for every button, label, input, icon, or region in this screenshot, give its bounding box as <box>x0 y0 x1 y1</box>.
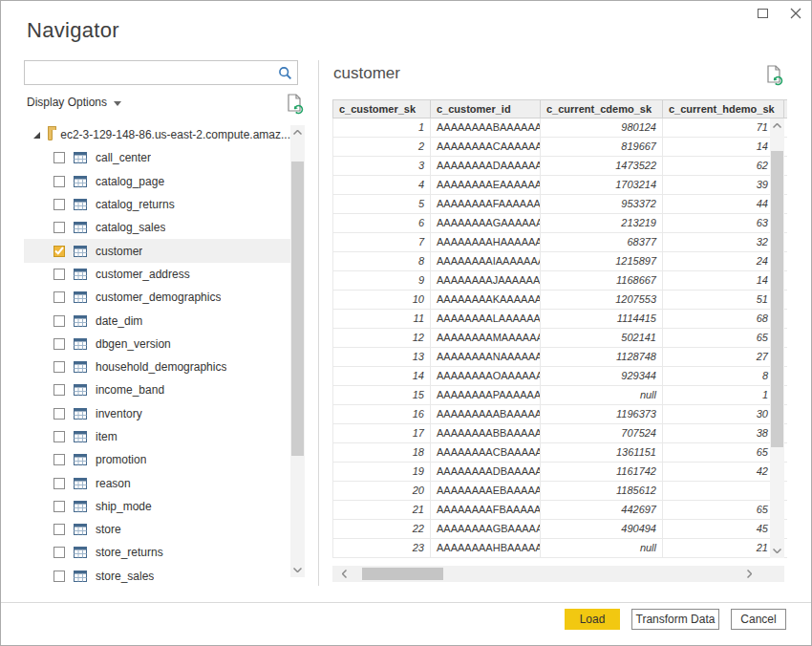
cell-customer-id: AAAAAAAAGAAAAAAA <box>431 214 541 233</box>
maximize-icon[interactable] <box>758 9 768 18</box>
tree-item-household_demographics[interactable]: household_demographics <box>24 355 290 378</box>
checkbox[interactable] <box>53 408 65 420</box>
cell-customer-sk: 18 <box>332 443 431 463</box>
checkbox[interactable] <box>53 291 65 303</box>
checkbox[interactable] <box>53 454 65 465</box>
cell-customer-id: AAAAAAAAHBAAAAAA <box>431 539 541 558</box>
cell-current-cdemo-sk: 213219 <box>541 214 663 233</box>
checkbox[interactable] <box>53 547 65 558</box>
tree-item-store_returns[interactable]: store_returns <box>24 541 290 564</box>
tree-item-customer[interactable]: customer <box>24 239 290 262</box>
preview-scrollbar-thumb[interactable] <box>771 151 783 447</box>
tree-item-catalog_page[interactable]: catalog_page <box>24 170 290 193</box>
preview-hscrollbar[interactable] <box>332 566 784 582</box>
tree-item-promotion[interactable]: promotion <box>24 448 290 471</box>
cell-customer-sk: 19 <box>332 463 431 482</box>
cell-clipped <box>784 291 787 310</box>
footer-divider <box>1 602 812 603</box>
cell-clipped <box>784 176 787 195</box>
tree-item-customer_address[interactable]: customer_address <box>24 263 290 286</box>
checkbox[interactable] <box>53 361 65 373</box>
checkbox[interactable] <box>53 431 65 442</box>
chevron-down-icon[interactable] <box>290 563 305 577</box>
checkbox[interactable] <box>53 524 65 535</box>
preview-scrollbar[interactable] <box>770 118 784 558</box>
cell-current-hdemo-sk: 27 <box>663 348 784 367</box>
tree-item-customer_demographics[interactable]: customer_demographics <box>24 286 290 309</box>
cell-customer-sk: 22 <box>332 520 431 539</box>
cell-customer-id: AAAAAAAACAAAAAAA <box>431 138 541 157</box>
tree-item-label: dbgen_version <box>96 337 171 351</box>
tree-item-label: customer_address <box>96 268 190 281</box>
checkbox[interactable] <box>53 246 65 257</box>
preview-table: c_customer_sk c_customer_id c_current_cd… <box>332 99 787 558</box>
tree-scrollbar-thumb[interactable] <box>291 162 304 456</box>
cancel-button[interactable]: Cancel <box>731 609 786 630</box>
checkbox[interactable] <box>53 152 65 163</box>
load-button[interactable]: Load <box>565 609 620 630</box>
cell-current-hdemo-sk: 51 <box>663 291 784 310</box>
checkbox[interactable] <box>53 222 65 233</box>
cell-customer-id: AAAAAAAAJAAAAAAA <box>431 271 541 291</box>
checkbox[interactable] <box>53 384 65 396</box>
tree-item-item[interactable]: item <box>24 425 290 448</box>
table-grid-icon <box>74 291 87 303</box>
tree-item-catalog_sales[interactable]: catalog_sales <box>24 216 290 239</box>
refresh-file-icon[interactable] <box>285 93 304 116</box>
checkbox[interactable] <box>53 176 65 187</box>
chevron-up-icon[interactable] <box>290 125 305 140</box>
tree-item-reason[interactable]: reason <box>24 471 290 494</box>
tree-item-store[interactable]: store <box>24 518 290 541</box>
column-header-clipped: c <box>784 99 787 118</box>
cell-current-cdemo-sk: null <box>541 539 663 558</box>
close-icon[interactable] <box>788 6 803 21</box>
tree-scrollbar[interactable] <box>290 125 305 577</box>
tree-item-catalog_returns[interactable]: catalog_returns <box>24 193 290 216</box>
cell-current-hdemo-sk: 45 <box>663 520 784 539</box>
refresh-file-icon[interactable] <box>764 64 783 87</box>
table-grid-icon <box>74 315 87 327</box>
cell-current-hdemo-sk: 8 <box>663 367 784 386</box>
cell-customer-id: AAAAAAAADBAAAAAA <box>431 463 541 482</box>
chevron-down-icon[interactable] <box>770 544 784 558</box>
tree-item-store_sales[interactable]: store_sales <box>24 565 290 588</box>
cell-current-cdemo-sk: 442697 <box>541 501 663 520</box>
preview-hscrollbar-thumb[interactable] <box>362 568 443 580</box>
cell-customer-id: AAAAAAAABAAAAAAA <box>431 118 541 138</box>
checkbox[interactable] <box>53 478 65 489</box>
table-grid-icon <box>74 524 87 535</box>
checkbox[interactable] <box>53 315 65 327</box>
cell-current-cdemo-sk: 1128748 <box>541 348 663 367</box>
cell-customer-id: AAAAAAAANAAAAAAA <box>431 348 541 367</box>
cell-current-cdemo-sk: 1361151 <box>541 443 663 463</box>
chevron-right-icon[interactable] <box>741 567 757 581</box>
tree-item-ship_mode[interactable]: ship_mode <box>24 495 290 518</box>
expand-arrow-icon[interactable] <box>33 132 40 139</box>
table-grid-icon <box>74 384 87 396</box>
search-input[interactable] <box>25 61 272 84</box>
display-options-dropdown[interactable]: Display Options <box>27 96 121 109</box>
tree-item-inventory[interactable]: inventory <box>24 402 290 425</box>
tree-item-income_band[interactable]: income_band <box>24 378 290 401</box>
tree-item-date_dim[interactable]: date_dim <box>24 309 290 332</box>
cell-customer-id: AAAAAAAAFBAAAAAA <box>431 501 541 520</box>
chevron-left-icon[interactable] <box>336 567 352 581</box>
cell-customer-id: AAAAAAAACBAAAAAA <box>431 443 541 463</box>
cell-current-cdemo-sk: 1185612 <box>541 482 663 501</box>
checkbox[interactable] <box>53 269 65 280</box>
checkbox[interactable] <box>53 199 65 210</box>
checkbox[interactable] <box>53 501 65 512</box>
tree-root-server[interactable]: ec2-3-129-148-86.us-east-2.compute.amaz.… <box>24 123 290 146</box>
checkbox[interactable] <box>53 571 65 582</box>
search-icon[interactable] <box>272 61 297 84</box>
chevron-up-icon[interactable] <box>770 118 784 133</box>
tree-item-call_center[interactable]: call_center <box>24 146 290 169</box>
checkbox[interactable] <box>53 338 65 350</box>
table-row: 12 AAAAAAAAMAAAAAAA 502141 65 <box>332 329 787 348</box>
cell-customer-id: AAAAAAAAGBAAAAAA <box>431 520 541 539</box>
transform-data-button[interactable]: Transform Data <box>631 609 719 630</box>
tree-item-dbgen_version[interactable]: dbgen_version <box>24 333 290 355</box>
cell-clipped <box>784 424 787 443</box>
cell-customer-id: AAAAAAAAOAAAAAAA <box>431 367 541 386</box>
tree-item-label: store_returns <box>96 546 163 559</box>
